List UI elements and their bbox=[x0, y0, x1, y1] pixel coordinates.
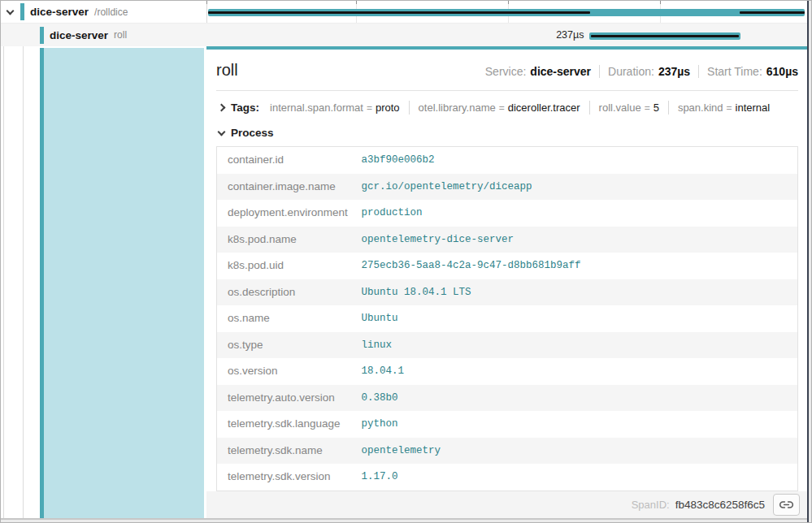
header-divider bbox=[216, 90, 798, 91]
tag-equals: = bbox=[641, 102, 654, 114]
span-duration-label: 237µs bbox=[556, 29, 584, 41]
tag-key: roll.value bbox=[599, 102, 641, 114]
process-value: 275ecb36-5aa8-4c2a-9c47-d8bb681b9aff bbox=[362, 253, 798, 279]
span-name-child[interactable]: dice-server roll bbox=[1, 24, 206, 46]
process-table-row: telemetry.auto.version 0.38b0 bbox=[217, 385, 798, 412]
operation-name: roll bbox=[114, 29, 127, 41]
span-detail-header: roll Service: dice-server Duration: 237µ… bbox=[216, 61, 798, 80]
chevron-down-icon bbox=[218, 128, 226, 136]
span-tree-left-column bbox=[1, 46, 206, 518]
window-right-edge bbox=[807, 1, 811, 522]
timeline-tick bbox=[508, 1, 509, 4]
deep-link-button[interactable] bbox=[773, 494, 800, 516]
span-detail-footer: SpanID: fb483c8c6258f6c5 bbox=[206, 491, 807, 519]
process-key: os.type bbox=[217, 332, 362, 359]
timeline-tick bbox=[206, 1, 207, 4]
tag-key: span.kind bbox=[678, 102, 723, 114]
process-value: a3bf90e006b2 bbox=[362, 147, 798, 174]
tag-value: internal bbox=[736, 102, 771, 114]
process-key: container.id bbox=[217, 147, 362, 174]
meta-separator bbox=[599, 65, 600, 78]
operation-name: /rolldice bbox=[94, 6, 128, 18]
process-key: telemetry.auto.version bbox=[217, 385, 362, 412]
timeline-tick bbox=[356, 1, 357, 4]
service-color-bar bbox=[40, 27, 44, 44]
process-table-row: telemetry.sdk.language python bbox=[217, 411, 798, 438]
spanid-label: SpanID: bbox=[632, 499, 670, 511]
chevron-right-icon bbox=[218, 104, 226, 112]
process-value: opentelemetry-dice-server bbox=[362, 227, 798, 253]
indent-guide bbox=[3, 46, 4, 518]
span-detail-body: roll Service: dice-server Duration: 237µ… bbox=[206, 50, 807, 491]
process-table-row: telemetry.sdk.version 1.17.0 bbox=[217, 464, 798, 491]
process-table-row: k8s.pod.uid 275ecb36-5aa8-4c2a-9c47-d8bb… bbox=[217, 253, 798, 279]
process-value: 1.17.0 bbox=[362, 464, 798, 491]
self-time-segment bbox=[740, 11, 805, 14]
process-value: linux bbox=[362, 332, 798, 359]
service-name: dice-server bbox=[50, 29, 108, 41]
selected-span-highlight bbox=[44, 48, 204, 518]
service-label: Service: bbox=[485, 65, 527, 78]
tag-value: 5 bbox=[654, 102, 659, 114]
process-label: Process bbox=[231, 127, 274, 139]
process-table-row: k8s.pod.name opentelemetry-dice-server bbox=[217, 227, 798, 253]
timeline-tick bbox=[660, 1, 661, 4]
span-meta: Service: dice-server Duration: 237µs Sta… bbox=[485, 65, 798, 78]
process-value: 18.04.1 bbox=[362, 358, 798, 385]
service-name: dice-server bbox=[30, 6, 89, 18]
window-bottom-edge bbox=[1, 518, 811, 522]
span-bar-child[interactable] bbox=[589, 32, 740, 40]
process-value: 0.38b0 bbox=[362, 385, 798, 412]
tag-key: otel.library.name bbox=[419, 102, 496, 114]
tags-list: internal.span.format = proto otel.librar… bbox=[261, 101, 779, 115]
process-table-row: container.image.name gcr.io/opentelemetr… bbox=[217, 174, 798, 201]
tag-item: span.kind = internal bbox=[668, 101, 779, 115]
process-kv-table: container.id a3bf90e006b2 container.imag… bbox=[216, 146, 798, 491]
process-table-row: os.name Ubuntu bbox=[217, 305, 798, 332]
jaeger-span-detail-window: dice-server /rolldice dice-server roll 2… bbox=[0, 0, 812, 523]
tag-value: proto bbox=[376, 102, 400, 114]
tags-accordion[interactable]: Tags: internal.span.format = proto otel.… bbox=[216, 101, 798, 115]
service-value: dice-server bbox=[530, 65, 591, 78]
self-time-segment bbox=[208, 11, 590, 14]
process-table-row: os.description Ubuntu 18.04.1 LTS bbox=[217, 279, 798, 306]
span-name-root[interactable]: dice-server /rolldice bbox=[1, 1, 206, 23]
start-time-value: 610µs bbox=[766, 65, 798, 78]
process-table-row: telemetry.sdk.name opentelemetry bbox=[217, 438, 798, 465]
process-accordion[interactable]: Process bbox=[216, 127, 798, 139]
process-key: telemetry.sdk.name bbox=[217, 438, 362, 465]
span-detail-panel: roll Service: dice-server Duration: 237µ… bbox=[206, 46, 807, 518]
timeline-child: 237µs bbox=[206, 24, 807, 46]
process-key: os.description bbox=[217, 279, 362, 306]
chevron-down-icon[interactable] bbox=[7, 6, 15, 15]
span-operation-title: roll bbox=[216, 61, 238, 80]
indent-guide bbox=[23, 46, 24, 518]
process-table-row: os.type linux bbox=[217, 332, 798, 359]
span-row-child: dice-server roll 237µs bbox=[1, 24, 807, 46]
tag-item: internal.span.format = proto bbox=[261, 101, 409, 115]
process-key: container.image.name bbox=[217, 174, 362, 201]
process-key: k8s.pod.uid bbox=[217, 253, 362, 279]
process-key: os.version bbox=[217, 358, 362, 385]
meta-separator bbox=[698, 65, 699, 78]
process-value: production bbox=[362, 200, 798, 227]
self-time-segment bbox=[591, 35, 738, 37]
span-rows: dice-server /rolldice dice-server roll 2… bbox=[1, 1, 807, 46]
tag-key: internal.span.format bbox=[270, 102, 363, 114]
tag-equals: = bbox=[723, 102, 736, 114]
process-key: telemetry.sdk.version bbox=[217, 464, 362, 491]
link-icon bbox=[779, 498, 793, 512]
tag-equals: = bbox=[363, 102, 376, 114]
process-table-row: os.version 18.04.1 bbox=[217, 358, 798, 385]
process-value: python bbox=[362, 411, 798, 438]
span-bar-root[interactable] bbox=[208, 9, 805, 16]
process-key: deployment.environment bbox=[217, 200, 362, 227]
process-table-row: container.id a3bf90e006b2 bbox=[217, 147, 798, 174]
tag-item: otel.library.name = diceroller.tracer bbox=[409, 101, 589, 115]
process-key: os.name bbox=[217, 305, 362, 332]
process-value: Ubuntu 18.04.1 LTS bbox=[362, 279, 798, 306]
tag-equals: = bbox=[496, 102, 508, 114]
process-key: k8s.pod.name bbox=[217, 227, 362, 253]
service-color-bar bbox=[20, 3, 24, 20]
spanid-value: fb483c8c6258f6c5 bbox=[675, 499, 765, 511]
